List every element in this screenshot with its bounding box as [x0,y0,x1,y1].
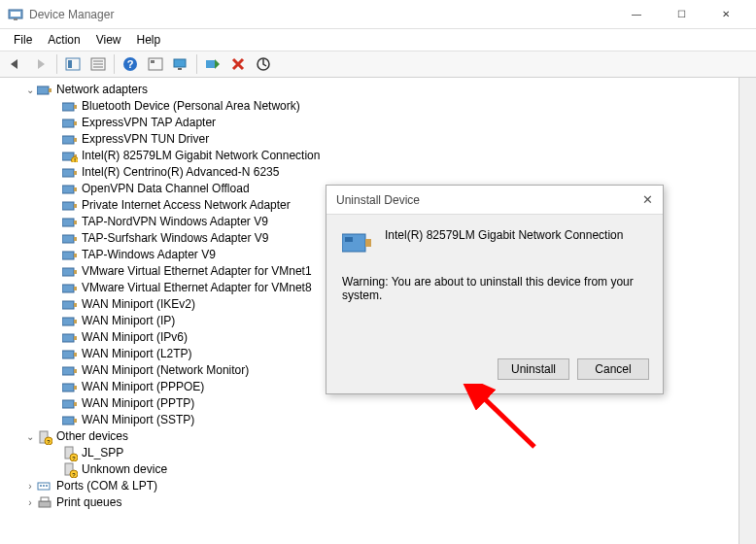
svg-rect-42 [74,270,77,274]
monitor-icon-button[interactable] [169,52,192,76]
menu-file[interactable]: File [6,31,40,49]
device-label: Bluetooth Device (Personal Area Network) [82,98,300,115]
dialog-close-button[interactable]: ✕ [642,192,653,207]
dialog-warning-text: Warning: You are about to uninstall this… [342,275,647,302]
scrollbar-thumb[interactable] [740,95,755,163]
category-ports[interactable]: › Ports (COM & LPT) [23,478,756,494]
svg-rect-76 [342,234,365,252]
svg-rect-47 [62,318,74,325]
category-print-queues[interactable]: › Print queues [23,494,756,511]
svg-rect-19 [62,103,74,111]
svg-rect-54 [74,369,77,373]
category-network-adapters[interactable]: ⌄ Network adapters [23,82,756,98]
device-tree-item[interactable]: Intel(R) Centrino(R) Advanced-N 6235 [23,164,756,181]
device-label: TAP-NordVPN Windows Adapter V9 [82,214,268,230]
device-label: WAN Miniport (PPTP) [82,395,194,412]
svg-rect-60 [74,419,77,423]
category-label: Ports (COM & LPT) [56,478,157,494]
network-adapter-icon [62,116,78,131]
device-tree-item[interactable]: Bluetooth Device (Personal Area Network) [23,98,756,115]
window-controls: — ☐ ✕ [614,0,748,29]
svg-rect-75 [41,497,49,501]
network-adapter-icon [62,281,78,296]
category-label: Print queues [56,494,121,511]
uninstall-device-button[interactable] [226,52,250,76]
minimize-button[interactable]: — [614,0,659,29]
device-label: WAN Miniport (Network Monitor) [82,362,249,379]
svg-rect-13 [174,59,186,67]
forward-button[interactable] [29,52,52,76]
window-title-bar: Device Manager — ☐ ✕ [0,0,756,29]
svg-rect-24 [74,138,77,142]
network-adapter-icon [62,165,78,181]
dialog-title-bar: Uninstall Device ✕ [326,186,663,215]
svg-point-71 [40,485,42,487]
network-adapter-icon [62,380,78,395]
window-title: Device Manager [29,8,614,21]
help-button[interactable]: ? [119,52,142,76]
svg-rect-4 [68,60,72,68]
menu-view[interactable]: View [88,31,129,49]
svg-rect-74 [39,501,51,507]
collapse-icon[interactable]: ⌄ [23,428,37,445]
device-tree-item[interactable]: WAN Miniport (SSTP) [23,412,756,428]
svg-rect-44 [74,287,77,290]
unknown-device-icon: ? [62,462,78,478]
uninstall-button[interactable]: Uninstall [498,358,569,380]
svg-rect-77 [365,239,371,247]
network-adapter-icon [62,330,78,346]
toolbar-separator [114,54,115,74]
dialog-title: Uninstall Device [336,193,420,207]
device-tree-item[interactable]: ExpressVPN TUN Driver [23,131,756,148]
svg-rect-46 [74,303,77,307]
device-tree-item[interactable]: ExpressVPN TAP Adapter [23,115,756,131]
category-other-devices[interactable]: ⌄ ? Other devices [23,428,756,445]
device-label: WAN Miniport (IKEv2) [82,296,195,313]
network-adapter-icon [62,413,78,428]
network-adapter-icon: ! [62,149,78,164]
device-label: ExpressVPN TUN Driver [82,131,209,148]
properties-button[interactable] [86,52,110,76]
menu-action[interactable]: Action [40,31,87,49]
ports-icon [37,479,52,494]
svg-rect-56 [74,386,77,390]
device-label: WAN Miniport (SSTP) [82,412,194,428]
device-properties-button[interactable] [144,52,167,76]
device-tree-item[interactable]: WAN Miniport (PPTP) [23,395,756,412]
category-label: Network adapters [56,82,148,98]
svg-rect-50 [74,336,77,340]
network-adapter-icon [62,264,78,280]
expand-icon[interactable]: › [23,478,37,494]
cancel-button[interactable]: Cancel [577,358,649,380]
device-label: ExpressVPN TAP Adapter [82,115,216,131]
svg-rect-33 [62,202,74,210]
svg-rect-51 [62,351,74,358]
svg-rect-14 [178,68,182,70]
svg-rect-37 [62,235,74,243]
back-button[interactable] [4,52,27,76]
toolbar-separator [196,54,197,74]
device-tree-item[interactable]: ?Unknown device [23,461,756,478]
svg-point-72 [43,485,45,487]
svg-rect-36 [74,221,77,224]
device-tree-item[interactable]: !Intel(R) 82579LM Gigabit Network Connec… [23,148,756,164]
show-hide-tree-button[interactable] [61,52,85,76]
svg-rect-15 [206,60,216,68]
device-label: Unknown device [82,461,167,478]
menu-help[interactable]: Help [129,31,169,49]
device-label: JL_SPP [82,445,123,461]
svg-rect-58 [74,402,77,406]
svg-rect-30 [74,171,77,175]
menu-bar: File Action View Help [0,29,756,51]
device-tree-item[interactable]: ?JL_SPP [23,445,756,461]
uninstall-device-dialog: Uninstall Device ✕ Intel(R) 82579LM Giga… [326,185,664,394]
unknown-device-icon: ? [62,446,78,461]
expand-icon[interactable]: › [23,494,37,511]
scan-hardware-button[interactable] [201,52,224,76]
dialog-device-name: Intel(R) 82579LM Gigabit Network Connect… [385,228,623,242]
close-button[interactable]: ✕ [704,0,748,29]
update-driver-button[interactable] [252,52,275,76]
maximize-button[interactable]: ☐ [659,0,704,29]
collapse-icon[interactable]: ⌄ [23,82,37,98]
network-adapter-icon [62,363,78,379]
